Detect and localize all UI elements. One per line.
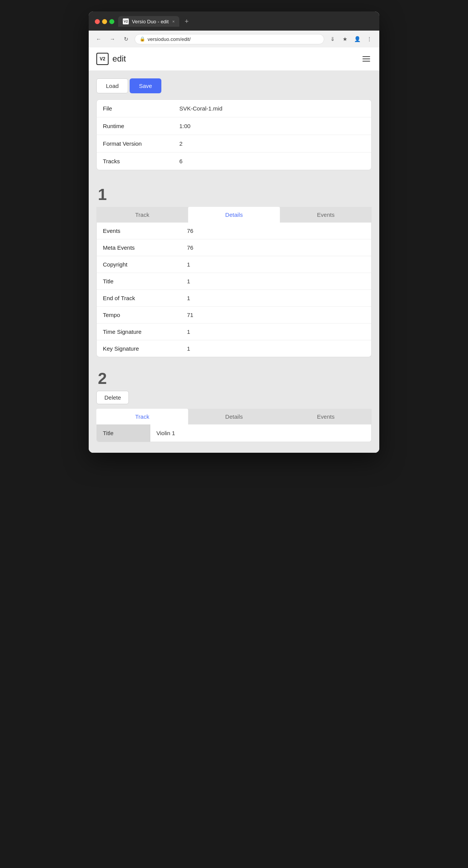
detail-value: 1 [187,295,190,301]
action-buttons: Load Save [96,78,372,93]
hamburger-line [362,59,370,59]
track2-tabs: Track Details Events [96,409,372,424]
info-value: 6 [179,158,182,164]
menu-icon[interactable]: ⋮ [364,34,375,44]
detail-row: Tempo 71 [97,307,371,323]
app-content: V2 edit Load Save File SVK-Coral-1.mid [89,47,379,453]
track2-tab-track[interactable]: Track [96,409,188,424]
track2-delete-button[interactable]: Delete [96,391,129,404]
detail-value: 71 [187,312,193,318]
bookmark-icon[interactable]: ★ [340,34,350,44]
app-logo: V2 edit [96,53,126,65]
address-bar[interactable]: 🔒 versioduo.com/edit/ [135,34,324,44]
detail-value: 1 [187,278,190,284]
info-label: Runtime [103,123,179,129]
track1-tab-track[interactable]: Track [96,207,188,223]
refresh-button[interactable]: ↻ [121,34,132,44]
app-title: edit [112,54,126,64]
lock-icon: 🔒 [140,36,145,42]
info-value: SVK-Coral-1.mid [179,105,223,112]
file-info-row: Tracks 6 [97,153,371,170]
save-button[interactable]: Save [130,78,161,93]
detail-value: 1 [187,345,190,352]
file-info-table: File SVK-Coral-1.mid Runtime 1:00 Format… [96,99,372,170]
browser-navbar: ← → ↻ 🔒 versioduo.com/edit/ ⇓ ★ 👤 ⋮ [89,31,379,47]
detail-label: End of Track [103,295,187,301]
detail-row: Key Signature 1 [97,340,371,357]
detail-label: Meta Events [103,244,187,251]
forward-button[interactable]: → [107,34,118,44]
track2-tab-events[interactable]: Events [280,409,372,424]
load-button[interactable]: Load [96,78,128,93]
tab-favicon: V2 [123,18,129,24]
detail-value: 1 [187,261,190,268]
hamburger-line [362,61,370,62]
detail-label: Copyright [103,261,187,268]
detail-label: Tempo [103,312,187,318]
detail-row: Time Signature 1 [97,323,371,340]
main-content: Load Save File SVK-Coral-1.mid Runtime 1… [89,71,379,453]
info-value: 2 [179,140,182,147]
track2-section: 2 Delete Track Details Events Title Viol… [96,363,372,442]
logo-icon: V2 [96,53,109,65]
track1-section: 1 Track Details Events Events 76 Meta Ev… [96,179,372,357]
detail-label: Title [103,278,187,284]
nav-actions: ⇓ ★ 👤 ⋮ [327,34,375,44]
track1-number: 1 [96,179,372,207]
track2-tab-details[interactable]: Details [188,409,280,424]
detail-value: 76 [187,244,193,251]
track2-title-value[interactable]: Violin 1 [150,424,371,442]
file-info-row: Format Version 2 [97,135,371,153]
track1-tab-details[interactable]: Details [188,207,280,223]
detail-value: 76 [187,228,193,234]
info-label: Format Version [103,140,179,147]
track1-details-table: Events 76 Meta Events 76 Copyright 1 Tit… [96,223,372,357]
browser-window: V2 Versio Duo - edit × + ← → ↻ 🔒 versiod… [89,11,379,453]
detail-label: Time Signature [103,328,187,335]
browser-titlebar: V2 Versio Duo - edit × + [89,11,379,31]
detail-row: Meta Events 76 [97,239,371,256]
close-button[interactable] [95,19,100,24]
track1-tab-events[interactable]: Events [280,207,372,223]
minimize-button[interactable] [102,19,107,24]
url-text: versioduo.com/edit/ [148,36,191,42]
detail-row: End of Track 1 [97,290,371,307]
detail-value: 1 [187,328,190,335]
track2-number: 2 [96,363,372,391]
info-label: Tracks [103,158,179,164]
track2-field-row: Title Violin 1 [96,424,372,442]
profile-icon[interactable]: 👤 [352,34,362,44]
app-header: V2 edit [89,47,379,71]
hamburger-menu[interactable] [361,55,372,63]
detail-label: Key Signature [103,345,187,352]
download-icon[interactable]: ⇓ [327,34,338,44]
fullscreen-button[interactable] [109,19,114,24]
browser-tab[interactable]: V2 Versio Duo - edit × [118,16,179,27]
tab-bar: V2 Versio Duo - edit × + [118,16,373,27]
info-value: 1:00 [179,123,190,129]
file-info-row: Runtime 1:00 [97,117,371,135]
traffic-lights [95,19,114,24]
new-tab-button[interactable]: + [182,17,191,26]
detail-label: Events [103,228,187,234]
tab-title: Versio Duo - edit [132,19,169,24]
track1-tabs: Track Details Events [96,207,372,223]
detail-row: Title 1 [97,273,371,290]
track2-title-label: Title [97,424,150,442]
detail-row: Events 76 [97,223,371,239]
hamburger-line [362,56,370,57]
file-info-row: File SVK-Coral-1.mid [97,100,371,117]
tab-close-button[interactable]: × [172,19,175,24]
back-button[interactable]: ← [93,34,104,44]
info-label: File [103,105,179,112]
detail-row: Copyright 1 [97,256,371,273]
